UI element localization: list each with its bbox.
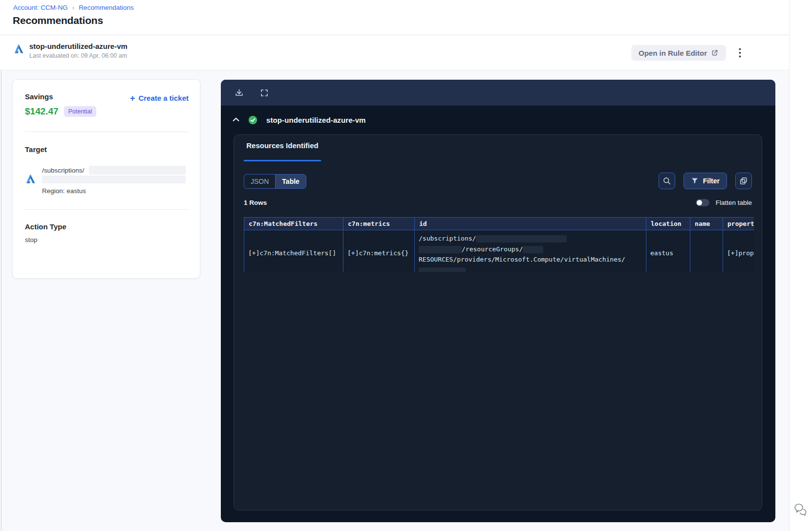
savings-label: Savings [25,92,53,101]
azure-icon [13,44,24,54]
id-line-1: /subscriptions/ [419,233,642,244]
redacted-subscription-id [89,166,186,175]
page-root: Account: CCM-NG › Recommendations Recomm… [0,0,812,531]
search-icon [662,177,671,185]
panel-actions: Filter [659,173,752,189]
filter-button[interactable]: Filter [684,173,727,189]
download-icon [235,88,244,97]
id-line-2: /resourceGroups/ [419,244,642,255]
breadcrumb-account-link[interactable]: Account: CCM-NG [13,4,68,11]
cell-matched-filters-expand[interactable]: [+]c7n:MatchedFilters[] [244,230,343,272]
open-in-rule-editor-label: Open in Rule Editor [639,49,707,57]
copy-button[interactable] [735,173,752,189]
action-type-value: stop [25,236,38,243]
fullscreen-icon [260,88,269,97]
col-header-name: name [690,218,723,230]
results-table: c7n:MatchedFilters c7n:metrics id locati… [244,217,754,272]
potential-badge: Potential [64,106,97,117]
filter-button-label: Filter [703,177,720,185]
breadcrumb-recommendations-link[interactable]: Recommendations [79,4,134,11]
flatten-table-toggle[interactable] [696,199,709,206]
target-label: Target [25,145,47,154]
col-header-location: location [646,218,690,230]
table-view-button[interactable]: Table [276,175,306,188]
resources-identified-panel: Resources Identified JSON Table Filter [234,134,762,510]
redacted-resource-path [42,176,186,183]
col-header-matched-filters: c7n:MatchedFilters [244,218,343,230]
id-line-3: RESOURCES/providers/Microsoft.Compute/vi… [419,254,642,265]
cell-name [690,230,723,272]
redacted-text [419,246,462,253]
recommendation-identity: stop-underutilized-azure-vm Last evaluat… [13,42,128,59]
target-path: /subscriptions/ [42,167,84,174]
rule-execution-panel: stop-underutilized-azure-vm Resources Id… [221,80,775,522]
col-header-metrics: c7n:metrics [343,218,415,230]
flatten-table-label: Flatten table [716,199,752,206]
target-region: Region: eastus [42,187,86,195]
cell-id: /subscriptions/ /resourceGroups/ RESOURC… [415,230,646,272]
action-type-label: Action Type [25,222,66,231]
create-ticket-label: Create a ticket [138,94,189,102]
panel-toolbar [221,80,775,106]
col-header-properties: propert [723,218,754,230]
azure-icon [25,174,36,184]
table-header-row: c7n:MatchedFilters c7n:metrics id locati… [244,218,754,230]
copy-icon [739,177,748,185]
breadcrumb-separator-icon: › [72,4,74,11]
kebab-icon [739,48,741,58]
recommendation-header: stop-underutilized-azure-vm Last evaluat… [0,36,789,70]
success-check-icon [248,115,257,125]
table-row: [+]c7n:MatchedFilters[] [+]c7n:metrics{}… [244,230,754,272]
top-header: Account: CCM-NG › Recommendations Recomm… [0,0,789,35]
panel-rule-name: stop-underutilized-azure-vm [266,116,366,124]
more-options-kebab-button[interactable] [733,46,746,59]
redacted-vm-name [419,267,466,272]
rule-section-header: stop-underutilized-azure-vm [221,106,775,134]
redacted-text [523,246,543,253]
cell-location: eastus [646,230,690,272]
savings-card: Savings + Create a ticket $142.47 Potent… [12,79,200,279]
chat-help-button[interactable] [792,501,809,517]
cell-properties-expand[interactable]: [+]prop [723,230,754,272]
open-in-rule-editor-button[interactable]: Open in Rule Editor [631,45,726,61]
results-table-container: c7n:MatchedFilters c7n:metrics id locati… [244,217,754,272]
card-divider [25,209,189,210]
recommendation-title-block: stop-underutilized-azure-vm Last evaluat… [29,42,128,59]
json-view-button[interactable]: JSON [244,175,276,188]
savings-amount: $142.47 [25,106,59,117]
col-header-id: id [415,218,646,230]
cell-metrics-expand[interactable]: [+]c7n:metrics{} [343,230,415,272]
page-right-border [789,0,790,531]
right-gutter [790,0,812,531]
rows-count: 1 Rows [244,199,267,206]
recommendation-name: stop-underutilized-azure-vm [29,42,128,51]
last-evaluated-text: Last evaluated on: 09 Apr, 06:00 am [29,52,128,59]
redacted-subscription-guid [476,235,567,243]
collapse-chevron-up-icon[interactable] [231,115,241,125]
download-button[interactable] [234,88,244,98]
page-title: Recommendations [13,15,103,26]
tab-resources-identified-label: Resources Identified [246,141,319,150]
chat-bubbles-icon [792,501,809,517]
filter-funnel-icon [691,177,699,185]
plus-icon: + [130,95,135,102]
view-mode-toggle: JSON Table [244,174,306,189]
flatten-table-control: Flatten table [696,199,752,206]
card-divider [25,132,189,132]
fullscreen-button[interactable] [259,88,270,98]
external-link-icon [711,49,719,57]
savings-amount-row: $142.47 Potential [25,106,96,117]
tab-resources-identified[interactable]: Resources Identified [244,141,321,161]
create-ticket-link[interactable]: + Create a ticket [130,94,189,102]
page-left-border [1,0,1,531]
id-line-4 [419,265,642,272]
search-button[interactable] [659,173,675,189]
toggle-knob [697,200,702,205]
breadcrumb: Account: CCM-NG › Recommendations [13,4,134,11]
